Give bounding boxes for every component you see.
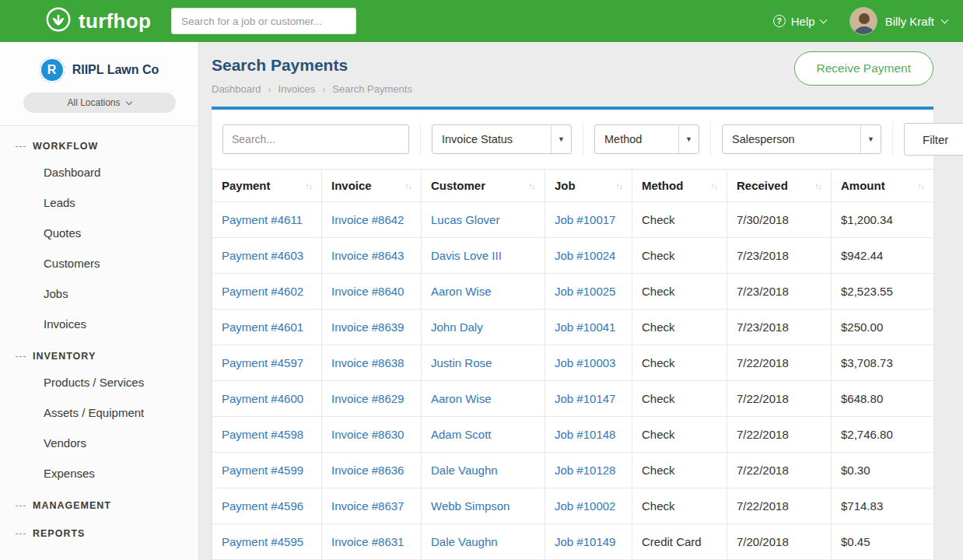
job-link[interactable]: Job #10002 (555, 499, 615, 513)
customer-link[interactable]: Lucas Glover (431, 213, 499, 226)
column-header-amount[interactable]: ↑↓Amount (832, 170, 934, 202)
customer-link[interactable]: Dale Vaughn (431, 535, 498, 548)
method-cell: Check (632, 488, 727, 524)
job-link[interactable]: Job #10017 (555, 213, 615, 226)
job-link[interactable]: Job #10148 (555, 428, 615, 441)
chevron-down-icon (819, 16, 827, 23)
payment-link[interactable]: Payment #4596 (222, 499, 303, 513)
column-header-customer[interactable]: ↑↓Customer (422, 170, 545, 202)
breadcrumb-invoices[interactable]: Invoices (278, 83, 316, 95)
received-cell: 7/22/2018 (727, 345, 832, 381)
sidebar-item-expenses[interactable]: Expenses (0, 458, 198, 488)
receive-payment-button[interactable]: Receive Payment (794, 51, 933, 86)
column-header-invoice[interactable]: ↑↓Invoice (322, 170, 422, 202)
sidebar-item-customers[interactable]: Customers (0, 248, 198, 278)
nav-section-inventory: INVENTORY (0, 339, 198, 367)
invoice-link[interactable]: Invoice #8639 (331, 320, 404, 334)
sort-icon: ↑↓ (918, 181, 925, 191)
customer-link[interactable]: Davis Love III (431, 249, 502, 262)
invoice-link[interactable]: Invoice #8638 (331, 356, 404, 369)
sort-icon: ↑↓ (616, 181, 623, 191)
customer-link[interactable]: Webb Simpson (431, 499, 510, 513)
table-row: Payment #4597 Invoice #8638 Justin Rose … (212, 345, 934, 381)
received-cell: 7/22/2018 (727, 488, 832, 524)
sidebar-item-jobs[interactable]: Jobs (0, 278, 198, 309)
received-cell: 7/22/2018 (727, 417, 832, 453)
customer-link[interactable]: Aaron Wise (431, 392, 492, 405)
method-cell: Check (632, 274, 727, 310)
nav-section-reports: REPORTS (0, 516, 198, 544)
received-cell: 7/22/2018 (727, 381, 832, 417)
payment-link[interactable]: Payment #4599 (222, 464, 303, 477)
method-select[interactable]: Method ▼ (594, 124, 699, 154)
customer-link[interactable]: John Daly (431, 320, 483, 334)
customer-link[interactable]: Justin Rose (431, 356, 492, 369)
method-cell: Check (632, 417, 727, 453)
invoice-link[interactable]: Invoice #8637 (331, 499, 404, 513)
job-link[interactable]: Job #10149 (555, 535, 615, 548)
invoice-link[interactable]: Invoice #8629 (331, 392, 404, 405)
amount-cell: $0.45 (832, 524, 934, 560)
nav-section-label: MANAGEMENT (33, 500, 111, 511)
brand-logo[interactable]: turfhop (45, 6, 151, 36)
method-cell: Check (632, 345, 727, 381)
column-header-payment[interactable]: ↑↓Payment (212, 170, 322, 202)
sort-icon: ↑↓ (306, 181, 313, 191)
sidebar-item-quotes[interactable]: Quotes (0, 218, 198, 248)
invoice-link[interactable]: Invoice #8636 (331, 464, 404, 477)
column-header-received[interactable]: ↑↓Received (727, 170, 832, 202)
payment-link[interactable]: Payment #4601 (222, 320, 303, 334)
customer-link[interactable]: Dale Vaughn (431, 464, 498, 477)
payment-link[interactable]: Payment #4597 (222, 356, 303, 369)
invoice-link[interactable]: Invoice #8642 (331, 213, 404, 226)
user-menu[interactable]: Billy Kraft (849, 7, 947, 35)
amount-cell: $0.30 (832, 453, 934, 488)
breadcrumb-dashboard[interactable]: Dashboard (212, 83, 261, 95)
sidebar-item-vendors[interactable]: Vendors (0, 428, 198, 458)
job-link[interactable]: Job #10147 (555, 392, 615, 405)
customer-link[interactable]: Adam Scott (431, 428, 492, 441)
invoice-status-select[interactable]: Invoice Status ▼ (432, 124, 572, 154)
filter-button[interactable]: Filter (904, 123, 963, 156)
payment-link[interactable]: Payment #4602 (222, 285, 303, 298)
payment-link[interactable]: Payment #4600 (222, 392, 303, 405)
salesperson-select[interactable]: Salesperson ▼ (722, 124, 881, 154)
sidebar: R RIIPL Lawn Co All Locations WORKFLOW D… (0, 42, 199, 560)
table-row: Payment #4602 Invoice #8640 Aaron Wise J… (212, 274, 934, 310)
location-selector[interactable]: All Locations (23, 93, 176, 113)
job-link[interactable]: Job #10003 (555, 356, 615, 369)
column-header-method[interactable]: ↑↓Method (632, 170, 727, 202)
payments-search-input[interactable] (222, 124, 409, 154)
customer-link[interactable]: Aaron Wise (431, 285, 492, 298)
job-link[interactable]: Job #10128 (555, 464, 615, 477)
global-search-input[interactable] (171, 8, 356, 34)
payment-link[interactable]: Payment #4603 (222, 249, 303, 262)
topbar: turfhop ? Help Billy Kraft (0, 0, 963, 42)
table-row: Payment #4611 Invoice #8642 Lucas Glover… (212, 202, 934, 238)
invoice-link[interactable]: Invoice #8640 (331, 285, 404, 298)
sidebar-item-leads[interactable]: Leads (0, 187, 198, 218)
method-cell: Check (632, 453, 727, 488)
payment-link[interactable]: Payment #4595 (222, 535, 303, 548)
payment-link[interactable]: Payment #4611 (222, 213, 303, 226)
job-link[interactable]: Job #10025 (555, 285, 615, 298)
chevron-down-icon: ▼ (551, 125, 571, 153)
sidebar-item-invoices[interactable]: Invoices (0, 309, 198, 339)
payment-link[interactable]: Payment #4598 (222, 428, 303, 441)
column-header-job[interactable]: ↑↓Job (545, 170, 632, 202)
method-cell: Check (632, 381, 727, 417)
nav-section-label: INVENTORY (33, 351, 96, 362)
job-link[interactable]: Job #10041 (555, 320, 615, 334)
sidebar-item-assets-equipment[interactable]: Assets / Equipment (0, 397, 198, 428)
invoice-link[interactable]: Invoice #8631 (331, 535, 404, 548)
received-cell: 7/22/2018 (727, 453, 832, 488)
method-cell: Check (632, 310, 727, 345)
filter-bar: Invoice Status ▼ Method ▼ Salesperson ▼ … (212, 110, 933, 169)
help-menu[interactable]: ? Help (773, 15, 826, 28)
chevron-down-icon (941, 16, 949, 23)
invoice-link[interactable]: Invoice #8643 (331, 249, 404, 262)
sidebar-item-dashboard[interactable]: Dashboard (0, 157, 198, 187)
invoice-link[interactable]: Invoice #8630 (331, 428, 404, 441)
job-link[interactable]: Job #10024 (555, 249, 615, 262)
sidebar-item-products-services[interactable]: Products / Services (0, 367, 198, 397)
